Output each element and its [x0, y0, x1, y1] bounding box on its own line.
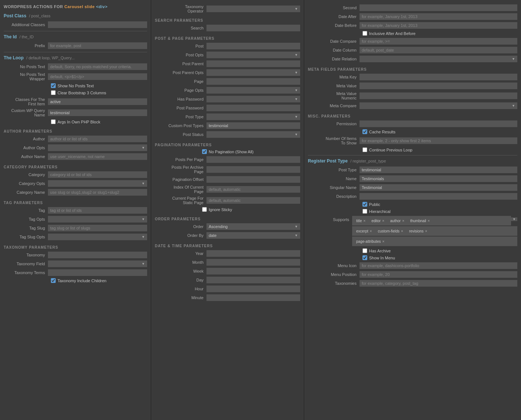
rpt-singular-name-input[interactable] — [360, 184, 517, 191]
rpt-taxonomies-input[interactable] — [360, 280, 517, 287]
meta-key-row: Meta Key — [308, 74, 517, 80]
date-relation-select[interactable] — [360, 56, 517, 62]
day-input[interactable] — [206, 277, 300, 283]
date-compare-input[interactable] — [360, 38, 517, 45]
page-input[interactable] — [206, 78, 300, 85]
supports-expand-button[interactable]: ▼ — [511, 217, 517, 221]
current-page-static-input[interactable] — [206, 197, 300, 204]
classes-first-item-input[interactable] — [48, 98, 147, 105]
date-before-input[interactable] — [360, 22, 517, 29]
date-after-input[interactable] — [360, 13, 517, 20]
tag-slug-opts-select[interactable] — [48, 234, 147, 240]
rpt-show-in-menu-label: Show In Menu — [369, 256, 395, 260]
no-posts-wrapper-input[interactable] — [48, 73, 147, 80]
post-parent-input[interactable] — [206, 60, 300, 67]
rpt-menu-icon-input[interactable] — [360, 262, 517, 269]
args-own-php-checkbox[interactable] — [51, 119, 56, 124]
minute-input[interactable] — [206, 294, 300, 301]
taxonomy-field-select[interactable] — [48, 260, 147, 267]
author-input[interactable] — [48, 136, 147, 142]
post-status-select[interactable] — [206, 131, 300, 138]
tag-label: Tag — [4, 208, 48, 213]
rpt-description-row: Description — [308, 193, 517, 200]
cache-results-checkbox[interactable] — [362, 129, 367, 134]
second-input[interactable] — [360, 4, 517, 11]
post-password-input[interactable] — [206, 105, 300, 111]
rpt-public-checkbox[interactable] — [362, 202, 367, 207]
author-name-input[interactable] — [48, 153, 147, 160]
rpt-has-archive-checkbox[interactable] — [362, 248, 367, 253]
post-password-row: Post Password — [155, 105, 300, 111]
page-row: Page — [155, 78, 300, 85]
prefix-label: Prefix — [4, 43, 48, 48]
hour-label: Hour — [155, 287, 206, 291]
post-type-select[interactable] — [206, 113, 300, 120]
rpt-menu-position-input[interactable] — [360, 271, 517, 278]
taxonomy-terms-input[interactable] — [48, 269, 147, 276]
rpt-description-input[interactable] — [360, 193, 517, 200]
inclusive-checkbox[interactable] — [362, 31, 367, 36]
prefix-row: Prefix — [4, 42, 147, 49]
meta-key-input[interactable] — [360, 74, 517, 80]
week-row: Week — [155, 268, 300, 274]
prefix-input[interactable] — [48, 42, 147, 49]
index-current-page-input[interactable] — [206, 186, 300, 193]
meta-value-input[interactable] — [360, 83, 517, 89]
rpt-hierarchical-checkbox[interactable] — [362, 209, 367, 214]
rpt-post-type-input[interactable] — [360, 167, 517, 173]
clear-bootstrap-checkbox[interactable] — [51, 90, 56, 95]
tag-input[interactable] — [48, 207, 147, 214]
posts-per-page-input[interactable] — [206, 156, 300, 163]
ignore-sticky-checkbox[interactable] — [202, 207, 207, 212]
custom-wp-query-input[interactable] — [48, 109, 147, 116]
post-parent-opts-select[interactable] — [206, 69, 300, 76]
rpt-show-in-menu-row: Show In Menu — [308, 255, 517, 260]
order-by-row: Order By date — [155, 232, 300, 239]
additional-classes-input[interactable] — [48, 21, 147, 28]
rpt-name-input[interactable] — [360, 175, 517, 182]
search-input[interactable] — [206, 25, 300, 31]
category-opts-select[interactable] — [48, 180, 147, 187]
month-input[interactable] — [206, 259, 300, 266]
post-input[interactable] — [206, 43, 300, 49]
author-opts-select[interactable] — [48, 144, 147, 151]
taxonomy-input[interactable] — [48, 252, 147, 258]
permission-input[interactable] — [360, 120, 517, 127]
has-password-select[interactable] — [206, 96, 300, 102]
week-input[interactable] — [206, 268, 300, 274]
rpt-taxonomies-row: Taxonomies — [308, 280, 517, 287]
hour-input[interactable] — [206, 286, 300, 292]
order-select[interactable]: Ascending Descending — [206, 223, 300, 230]
rpt-show-in-menu-checkbox[interactable] — [362, 255, 367, 260]
rpt-menu-icon-label: Menu Icon — [308, 263, 360, 268]
category-input[interactable] — [48, 171, 147, 178]
category-name-input[interactable] — [48, 189, 147, 196]
post-opts-select[interactable] — [206, 52, 300, 58]
meta-value-numeric-label: Meta ValueNumeric — [308, 91, 360, 100]
month-label: Month — [155, 260, 206, 265]
year-input[interactable] — [206, 250, 300, 257]
no-posts-text-input[interactable] — [48, 63, 147, 70]
year-row: Year — [155, 250, 300, 257]
second-row: Second — [308, 4, 517, 11]
tag-opts-label: Tag Opts — [4, 217, 48, 221]
meta-key-label: Meta Key — [308, 75, 360, 79]
posts-per-archive-input[interactable] — [206, 166, 300, 173]
no-pagination-checkbox[interactable] — [202, 149, 207, 154]
page-opts-select[interactable] — [206, 87, 300, 94]
taxonomy-operator-select[interactable] — [206, 6, 300, 12]
author-row: Author — [4, 136, 147, 142]
custom-post-types-input[interactable] — [206, 122, 300, 129]
num-items-input[interactable] — [360, 137, 517, 144]
date-column-input[interactable] — [360, 47, 517, 53]
order-by-select[interactable]: date — [206, 232, 300, 239]
taxonomy-include-children-checkbox[interactable] — [51, 278, 56, 283]
tag-opts-select[interactable] — [48, 216, 147, 223]
hour-row: Hour — [155, 286, 300, 292]
meta-compare-select[interactable] — [360, 102, 517, 109]
show-no-posts-checkbox[interactable] — [51, 83, 56, 88]
continue-loop-checkbox[interactable] — [362, 147, 367, 152]
meta-value-numeric-input[interactable] — [360, 92, 517, 99]
tag-slug-input[interactable] — [48, 225, 147, 231]
pagination-offset-input[interactable] — [206, 176, 300, 183]
